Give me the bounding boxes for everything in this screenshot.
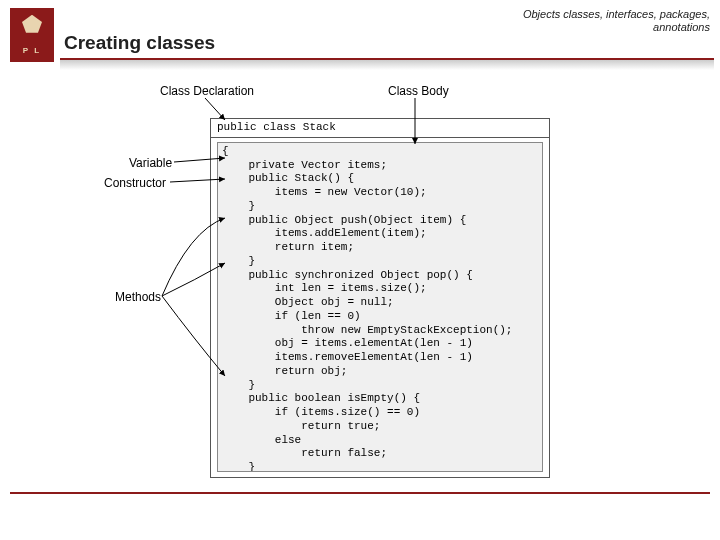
label-constructor: Constructor: [104, 176, 166, 190]
slide-header: P L Creating classes Objects classes, in…: [0, 0, 720, 70]
svg-line-0: [205, 98, 225, 120]
class-body-block: { private Vector items; public Stack() {…: [217, 142, 543, 472]
title-underline: [60, 58, 714, 70]
logo-letters: P L: [23, 46, 41, 55]
subtitle-line2: annotations: [653, 21, 710, 33]
page-subtitle: Objects classes, interfaces, packages, a…: [523, 8, 710, 34]
subtitle-line1: Objects classes, interfaces, packages,: [523, 8, 710, 20]
label-class-declaration: Class Declaration: [160, 84, 254, 98]
label-variable: Variable: [129, 156, 172, 170]
label-methods: Methods: [115, 290, 161, 304]
diagram-area: Class Declaration Class Body Variable Co…: [0, 80, 720, 500]
page-title: Creating classes: [64, 32, 215, 54]
footer-divider: [10, 492, 710, 494]
university-logo: P L: [10, 8, 54, 62]
class-declaration-line: public class Stack: [211, 119, 549, 138]
label-class-body: Class Body: [388, 84, 449, 98]
code-box: public class Stack { private Vector item…: [210, 118, 550, 478]
eagle-icon: [22, 15, 42, 33]
